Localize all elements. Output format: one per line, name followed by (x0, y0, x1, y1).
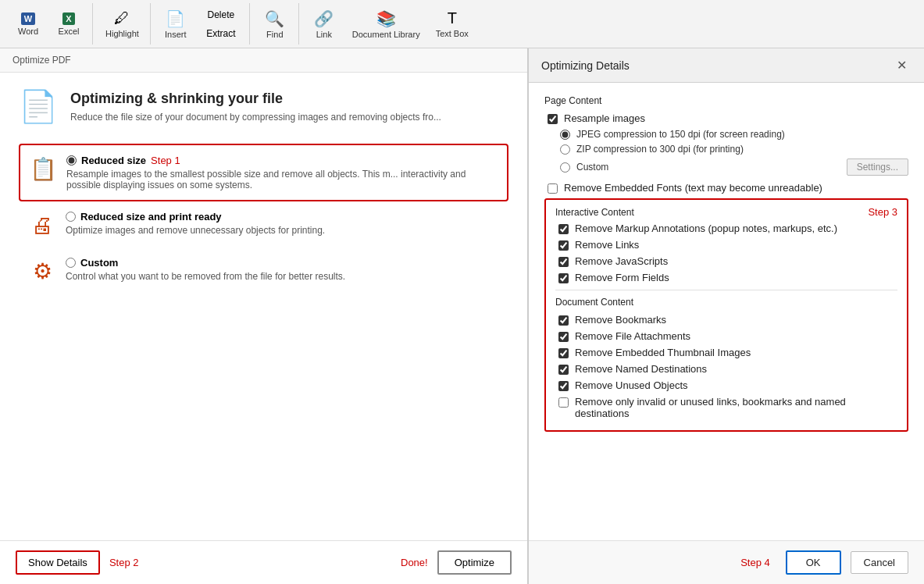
done-label: Done! (401, 557, 428, 568)
option-custom[interactable]: ⚙ Custom Control what you want to be rem… (19, 247, 508, 294)
print-ready-label[interactable]: Reduced size and print ready (80, 211, 222, 223)
remove-form-fields-checkbox[interactable] (558, 273, 569, 283)
remove-unused-objects-checkbox[interactable] (558, 381, 569, 391)
step1-label: Step 1 (151, 155, 180, 166)
remove-invalid-links-checkbox[interactable] (558, 397, 569, 408)
remove-markup-label: Remove Markup Annotations (popup notes, … (575, 223, 837, 234)
remove-js-row: Remove JavaScripts (555, 255, 897, 267)
zip-radio[interactable] (560, 144, 570, 155)
panel-heading: Optimizing & shrinking your file (70, 91, 441, 107)
toolbar-group-highlight: 🖊 Highlight (95, 3, 151, 45)
custom-icon: ⚙ (28, 258, 56, 284)
reduced-size-description: Resample images to the smallest possible… (66, 169, 498, 191)
resample-images-label[interactable]: Resample images (564, 112, 645, 124)
resample-images-checkbox[interactable] (548, 114, 558, 124)
extract-button[interactable]: Extract (198, 25, 244, 42)
left-panel: Optimize PDF 📄 Optimizing & shrinking yo… (0, 48, 528, 584)
right-panel: Optimizing Details ✕ Page Content Resamp… (528, 48, 924, 584)
to-excel-button[interactable]: X Excel (50, 9, 87, 39)
to-word-button[interactable]: W Word (9, 9, 47, 39)
remove-embedded-fonts-label[interactable]: Remove Embedded Fonts (text may become u… (564, 182, 822, 194)
zip-label[interactable]: ZIP compression to 300 dpi (for printing… (576, 144, 744, 155)
reduced-size-radio[interactable] (66, 155, 77, 166)
print-ready-label-row: Reduced size and print ready (66, 211, 325, 223)
find-icon: 🔍 (265, 9, 284, 28)
remove-markup-row: Remove Markup Annotations (popup notes, … (555, 223, 897, 234)
remove-links-checkbox[interactable] (558, 240, 569, 251)
custom-radio[interactable] (66, 258, 76, 268)
document-library-icon: 📚 (376, 9, 396, 28)
document-library-label: Document Library (352, 30, 420, 39)
optimize-button[interactable]: Optimize (437, 550, 512, 575)
show-details-button[interactable]: Show Details (16, 550, 100, 575)
custom-label-row: Custom (66, 257, 345, 269)
remove-thumbnails-label: Remove Embedded Thumbnail Images (575, 347, 751, 358)
remove-markup-checkbox[interactable] (558, 224, 569, 234)
optimize-icon: 📄 (19, 88, 58, 125)
custom-compression-row: Custom Settings... (544, 158, 908, 176)
print-ready-radio[interactable] (66, 212, 76, 222)
remove-thumbnails-checkbox[interactable] (558, 348, 569, 358)
remove-embedded-fonts-row: Remove Embedded Fonts (text may become u… (544, 182, 908, 194)
find-label: Find (266, 30, 283, 39)
remove-links-row: Remove Links (555, 239, 897, 251)
document-content-section-title: Document Content (555, 297, 897, 308)
jpeg-radio[interactable] (560, 130, 570, 140)
section-divider (555, 290, 897, 290)
option-print-ready[interactable]: 🖨 Reduced size and print ready Optimize … (19, 201, 508, 247)
cancel-button[interactable]: Cancel (851, 551, 908, 574)
text-box-label: Text Box (436, 29, 469, 38)
panel-header-text: Optimizing & shrinking your file Reduce … (70, 91, 441, 123)
remove-links-label: Remove Links (575, 239, 639, 251)
insert-icon: 📄 (166, 9, 185, 28)
highlight-button[interactable]: 🖊 Highlight (99, 6, 145, 41)
insert-button[interactable]: 📄 Insert (157, 6, 194, 42)
remove-bookmarks-checkbox[interactable] (558, 315, 569, 326)
print-ready-icon: 🖨 (28, 212, 56, 238)
remove-form-fields-row: Remove Form Fields (555, 272, 897, 283)
step3-label: Step 3 (868, 206, 897, 218)
reduced-size-label[interactable]: Reduced size (81, 155, 146, 166)
custom-option-label[interactable]: Custom (80, 257, 118, 269)
custom-text: Custom Control what you want to be remov… (66, 257, 345, 282)
bottom-left: Show Details Step 2 (16, 550, 138, 575)
to-excel-icon: X (62, 12, 74, 25)
remove-js-checkbox[interactable] (558, 257, 569, 267)
print-ready-text: Reduced size and print ready Optimize im… (66, 211, 325, 236)
toolbar-group-edit: 📄 Insert Delete Extract (152, 3, 250, 45)
dialog-body: Page Content Resample images JPEG compre… (529, 83, 924, 540)
delete-label: Delete (207, 9, 234, 20)
reduced-size-icon: 📋 (30, 156, 57, 182)
remove-file-attachments-row: Remove File Attachments (555, 330, 897, 342)
document-library-button[interactable]: 📚 Document Library (346, 6, 426, 42)
zip-row: ZIP compression to 300 dpi (for printing… (544, 144, 908, 155)
toolbar-group-link: 🔗 Link 📚 Document Library T Text Box (301, 3, 480, 45)
remove-file-attachments-checkbox[interactable] (558, 332, 569, 342)
custom-compression-label[interactable]: Custom (576, 162, 840, 173)
ok-button[interactable]: OK (786, 550, 841, 575)
remove-named-destinations-checkbox[interactable] (558, 365, 569, 375)
remove-bookmarks-label: Remove Bookmarks (575, 314, 666, 326)
remove-embedded-fonts-checkbox[interactable] (548, 183, 558, 194)
toolbar-group-convert: W Word X Excel (5, 3, 93, 45)
custom-compression-radio[interactable] (560, 162, 570, 173)
link-button[interactable]: 🔗 Link (305, 6, 343, 42)
step2-label: Step 2 (109, 557, 139, 568)
delete-button[interactable]: Delete (198, 6, 244, 23)
remove-named-destinations-row: Remove Named Destinations (555, 363, 897, 375)
close-button[interactable]: ✕ (892, 56, 912, 74)
bottom-right: Done! Optimize (401, 550, 512, 575)
to-word-label: Word (18, 27, 38, 36)
remove-invalid-links-label: Remove only invalid or unused links, boo… (575, 396, 897, 419)
text-box-icon: T (448, 9, 457, 27)
settings-button[interactable]: Settings... (847, 158, 908, 176)
find-button[interactable]: 🔍 Find (256, 6, 294, 42)
reduced-size-label-row: Reduced size Step 1 (66, 155, 498, 166)
insert-label: Insert (165, 30, 187, 39)
jpeg-label[interactable]: JPEG compression to 150 dpi (for screen … (576, 129, 785, 140)
remove-form-fields-label: Remove Form Fields (575, 272, 669, 283)
text-box-button[interactable]: T Text Box (430, 6, 475, 41)
remove-thumbnails-row: Remove Embedded Thumbnail Images (555, 347, 897, 358)
option-reduced-size[interactable]: 📋 Reduced size Step 1 Resample images to… (19, 144, 508, 201)
bordered-interactive-document: Interactive Content Step 3 Remove Markup… (544, 198, 908, 432)
